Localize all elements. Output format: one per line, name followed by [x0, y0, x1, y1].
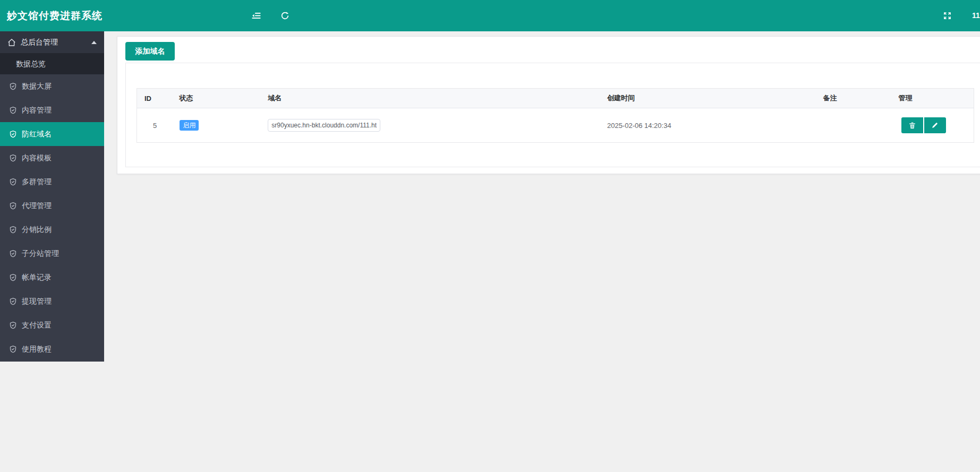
sidebar-item-label: 帐单记录	[22, 273, 52, 282]
shield-check-icon	[9, 226, 17, 234]
fullscreen-icon[interactable]	[940, 0, 954, 31]
sidebar-item-withdraw-manage[interactable]: 提现管理	[0, 289, 104, 313]
shield-check-icon	[9, 345, 17, 353]
cell-created-at: 2025-02-06 14:20:34	[601, 108, 817, 143]
column-header-manage: 管理	[892, 89, 974, 108]
column-header-status: 状态	[173, 89, 261, 108]
cell-remark	[817, 108, 892, 143]
pencil-icon	[931, 122, 939, 129]
sidebar-item-label: 子分站管理	[22, 249, 59, 259]
shield-check-icon	[9, 106, 17, 114]
sidebar-item-tutorial[interactable]: 使用教程	[0, 337, 104, 361]
header-right-text[interactable]: 11	[972, 0, 980, 31]
shield-check-icon	[9, 82, 17, 90]
shield-check-icon	[9, 178, 17, 186]
cell-manage	[892, 108, 974, 143]
sidebar-item-antired-domain[interactable]: 防红域名	[0, 122, 104, 146]
refresh-icon[interactable]	[278, 0, 291, 31]
cell-domain	[261, 108, 601, 143]
edit-button[interactable]	[924, 117, 946, 133]
shield-check-icon	[9, 297, 17, 305]
sidebar-item-label: 多群管理	[22, 177, 52, 187]
sidebar-item-label: 使用教程	[22, 345, 52, 354]
domain-table: ID 状态 域名 创建时间 备注 管理 5 启用 2025	[137, 88, 974, 143]
column-header-id: ID	[137, 89, 173, 108]
cell-id: 5	[137, 108, 173, 143]
sidebar-item-label: 数据大屏	[22, 82, 52, 91]
add-domain-button[interactable]: 添加域名	[125, 42, 175, 61]
sidebar-item-payment-settings[interactable]: 支付设置	[0, 313, 104, 337]
sidebar-item-admin-root[interactable]: 总后台管理	[0, 31, 104, 53]
sidebar-item-label: 分销比例	[22, 225, 52, 235]
sidebar-item-label: 支付设置	[22, 321, 52, 330]
domain-table-card: ID 状态 域名 创建时间 备注 管理 5 启用 2025	[125, 63, 980, 167]
status-badge: 启用	[180, 120, 199, 131]
sidebar-item-content-manage[interactable]: 内容管理	[0, 98, 104, 122]
shield-check-icon	[9, 250, 17, 258]
sidebar-menu: 总后台管理 数据总览 数据大屏 内容管理 防红域名 内容模板 多群管理 代理管理…	[0, 31, 104, 362]
table-header-row: ID 状态 域名 创建时间 备注 管理	[137, 89, 974, 108]
home-icon	[7, 38, 16, 47]
chevron-up-icon	[91, 41, 97, 44]
shield-check-icon	[9, 321, 17, 329]
shield-check-icon	[9, 202, 17, 210]
table-row: 5 启用 2025-02-06 14:20:34	[137, 108, 974, 143]
sidebar-item-label: 提现管理	[22, 297, 52, 306]
sidebar-item-label: 内容模板	[22, 153, 52, 163]
sidebar-item-bill-record[interactable]: 帐单记录	[0, 265, 104, 289]
sidebar-item-label: 代理管理	[22, 201, 52, 211]
shield-check-icon	[9, 154, 17, 162]
sidebar-item-content-template[interactable]: 内容模板	[0, 146, 104, 170]
shield-check-icon	[9, 130, 17, 138]
sidebar-item-distribution-ratio[interactable]: 分销比例	[0, 218, 104, 242]
column-header-domain: 域名	[261, 89, 601, 108]
top-header-bar: 妙文馆付费进群系统 11	[0, 0, 980, 31]
sidebar-item-label: 数据总览	[16, 59, 46, 68]
sidebar-item-label: 内容管理	[22, 106, 52, 115]
sidebar-item-label: 防红域名	[22, 130, 52, 139]
menu-fold-icon-glyph	[251, 11, 261, 21]
cell-status: 启用	[173, 108, 261, 143]
shield-check-icon	[9, 273, 17, 281]
domain-input[interactable]	[268, 119, 380, 132]
content-panel: 添加域名 ID 状态 域名 创建时间 备注 管理 5	[117, 36, 980, 174]
sidebar-item-data-screen[interactable]: 数据大屏	[0, 74, 104, 98]
column-header-remark: 备注	[817, 89, 892, 108]
refresh-icon-glyph	[280, 11, 289, 20]
fullscreen-icon-glyph	[943, 11, 952, 20]
menu-fold-icon[interactable]	[249, 0, 263, 31]
delete-button[interactable]	[901, 117, 923, 133]
sidebar-item-data-overview[interactable]: 数据总览	[0, 53, 104, 74]
app-title: 妙文馆付费进群系统	[7, 0, 103, 31]
sidebar-item-agent-manage[interactable]: 代理管理	[0, 194, 104, 218]
column-header-created-at: 创建时间	[601, 89, 817, 108]
sidebar-item-label: 总后台管理	[21, 38, 58, 47]
row-action-group	[901, 117, 968, 133]
sidebar-item-multi-group[interactable]: 多群管理	[0, 170, 104, 194]
sidebar-item-substation-manage[interactable]: 子分站管理	[0, 242, 104, 265]
trash-icon	[908, 122, 916, 130]
